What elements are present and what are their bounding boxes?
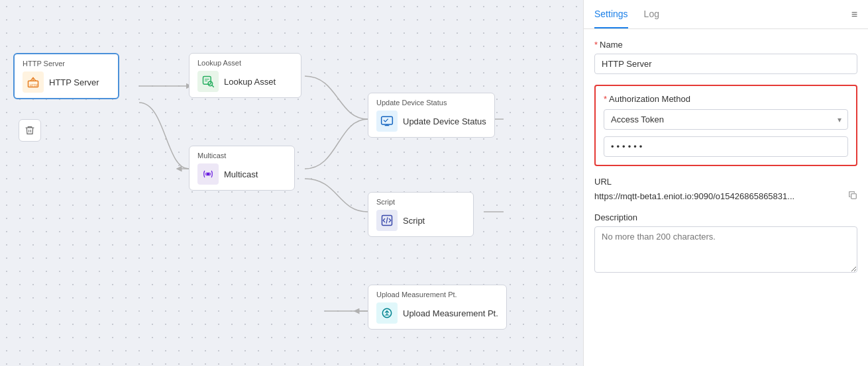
name-input[interactable] — [594, 54, 857, 74]
panel-body: * Name * Authorization Method Access Tok… — [584, 29, 868, 366]
description-label: Description — [594, 212, 857, 222]
node-upload-measurement-title: Upload Measurement Pt. — [376, 291, 498, 298]
auth-label: * Authorization Method — [604, 94, 848, 104]
description-field-group: Description — [594, 212, 857, 275]
node-multicast-label: Multicast — [224, 169, 258, 179]
description-textarea[interactable] — [594, 226, 857, 273]
node-upload-measurement[interactable]: Upload Measurement Pt. Upload Measuremen… — [368, 285, 507, 330]
svg-rect-8 — [851, 194, 857, 199]
svg-point-5 — [207, 173, 210, 176]
url-field-group: URL https://mqtt-beta1.eniot.io:9090/o15… — [594, 177, 857, 202]
auth-select[interactable]: Access TokenBasic AuthNone — [604, 109, 848, 130]
node-http-server-title: HTTP Server — [23, 60, 110, 68]
token-input[interactable] — [604, 136, 848, 157]
panel-header: Settings Log ≡ — [584, 0, 868, 29]
name-required-star: * — [594, 40, 598, 50]
canvas: HTTP Server HTTP HTTP Server Lookup Asse… — [0, 0, 583, 366]
node-update-device[interactable]: Update Device Status Update Device Statu… — [368, 93, 495, 138]
tab-log[interactable]: Log — [644, 1, 659, 28]
url-row: https://mqtt-beta1.eniot.io:9090/o154268… — [594, 191, 857, 202]
lookup-asset-icon — [197, 71, 219, 92]
copy-icon[interactable] — [848, 191, 857, 202]
node-lookup-asset-label: Lookup Asset — [224, 77, 276, 87]
node-script-label: Script — [403, 216, 425, 226]
node-update-device-label: Update Device Status — [403, 116, 486, 126]
auth-required-star: * — [604, 94, 607, 104]
node-multicast[interactable]: Multicast Multicast — [189, 146, 295, 191]
delete-button[interactable] — [19, 119, 41, 142]
panel-menu-icon[interactable]: ≡ — [851, 9, 857, 21]
svg-text:HTTP: HTTP — [30, 83, 38, 87]
node-http-server[interactable]: HTTP Server HTTP HTTP Server — [13, 53, 119, 99]
update-device-icon — [376, 111, 398, 132]
name-label: * Name — [594, 40, 857, 50]
auth-section: * Authorization Method Access TokenBasic… — [594, 85, 857, 166]
svg-rect-2 — [203, 77, 211, 85]
auth-select-wrapper: Access TokenBasic AuthNone ▾ — [604, 109, 848, 130]
right-panel: Settings Log ≡ * Name * Authorization Me… — [583, 0, 868, 366]
upload-measurement-icon — [376, 302, 398, 324]
node-script-title: Script — [376, 198, 465, 206]
name-field-group: * Name — [594, 40, 857, 74]
node-upload-measurement-label: Upload Measurement Pt. — [403, 308, 498, 318]
node-script[interactable]: Script Script — [368, 192, 474, 237]
node-multicast-title: Multicast — [197, 152, 286, 160]
node-lookup-asset[interactable]: Lookup Asset Lookup Asset — [189, 53, 301, 98]
node-lookup-asset-title: Lookup Asset — [197, 59, 293, 67]
url-value: https://mqtt-beta1.eniot.io:9090/o154268… — [594, 191, 844, 201]
url-label: URL — [594, 177, 857, 187]
http-server-icon: HTTP — [23, 71, 44, 93]
node-http-server-label: HTTP Server — [49, 77, 99, 87]
tab-settings[interactable]: Settings — [594, 1, 628, 28]
script-icon — [376, 210, 398, 231]
multicast-icon — [197, 163, 219, 185]
node-update-device-title: Update Device Status — [376, 99, 486, 107]
